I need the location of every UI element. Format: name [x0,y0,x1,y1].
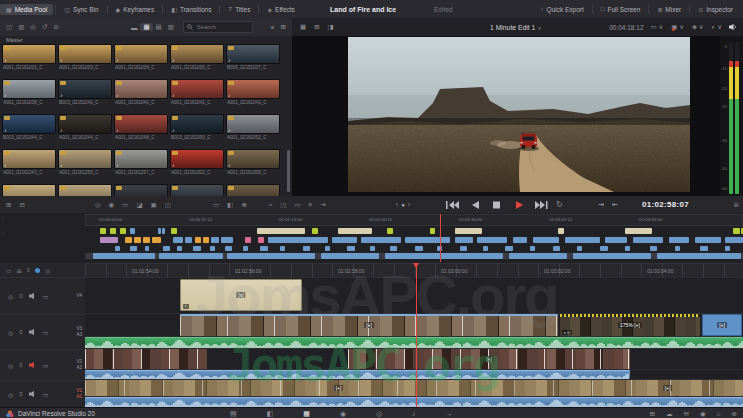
mute-speaker-icon[interactable] [29,390,37,398]
media-clip[interactable]: ♪A001_02161036_C [171,45,223,70]
edit-utility-tool-5[interactable]: ◫ [161,201,175,209]
viewer-video[interactable] [348,37,690,192]
project-manager-icon[interactable]: ⊞ [650,410,655,418]
media-sort-icon-1[interactable]: ⊞ [278,23,289,31]
lock-icon[interactable]: ≡ [19,391,23,397]
v1-clip-2[interactable]: [+] [592,380,743,396]
media-clip[interactable]: ♪A001_02161048_C [115,115,167,140]
timeline-view-icon[interactable]: ▭ [6,267,12,274]
media-clip[interactable]: ♪A001_02161042_C [171,80,223,105]
cut-page[interactable]: ◧ [263,410,278,418]
view-toggle-1[interactable]: ▦ [140,23,152,31]
viewer-left-icon-0[interactable]: ▦ [300,23,306,31]
monitor-icon[interactable]: ▭ [43,362,49,369]
edit-page[interactable]: ▦ [299,410,314,418]
viewer-tool-2[interactable]: ▭ [290,201,304,209]
media-toolbar-icon-4[interactable]: ⊘ [50,23,61,31]
edit-utility-tool-1[interactable]: ◉ [105,201,119,209]
media-toolbar-icon-1[interactable]: ▥ [15,23,27,31]
viewer-tool-1[interactable]: ◳ [276,201,290,209]
a1-clip-1[interactable] [85,397,677,407]
record-arm-icon[interactable] [35,268,40,273]
home-icon[interactable]: ⌂ [717,410,721,418]
edit-mode-tool-0[interactable]: ⊞ [2,201,15,209]
full-screen-button[interactable]: □Full Screen [595,4,647,15]
search-input[interactable] [195,23,247,31]
media-clip[interactable]: ♪A001_02161257_C [115,150,167,175]
keyframes-button[interactable]: ◆Keyframes [110,4,161,15]
media-clip[interactable]: ♪B003_02151050_C [171,115,223,140]
markers-icon[interactable]: ≡ [27,267,31,273]
edit-utility-tool-3[interactable]: ◪ [132,201,146,209]
media-clip[interactable]: ♪B003_02151040_C [59,80,111,105]
media-pool-scrollbar[interactable] [287,150,290,192]
track-header-v4[interactable]: ◎≡▭V4 [0,277,85,314]
viewer-tool-0[interactable]: ≈ [265,201,277,209]
a2-clip[interactable] [85,370,630,379]
transitions-button[interactable]: ◧Transitions [165,4,217,15]
messages-icon[interactable]: ✉ [683,410,688,418]
loop-button[interactable]: ↻ [556,200,563,209]
color-page[interactable]: ◎ [372,410,386,418]
mute-speaker-icon[interactable] [29,292,37,300]
viewer-option-1[interactable]: ▣ ∨ [671,23,684,31]
media-clip[interactable]: ♪A001_02161034_C [115,45,167,70]
edit-view-tool-1[interactable]: ◧ [223,201,237,209]
monitor-icon[interactable]: ▭ [43,329,49,336]
a3-music-clip[interactable] [85,337,743,348]
bin-label[interactable]: Master [6,37,23,43]
auto-select-icon[interactable]: ◎ [8,362,13,369]
media-clip[interactable]: ♪A001_02161031_C [3,45,55,70]
media-clip[interactable]: ♪A001_02161040_C [115,80,167,105]
minimap-playhead[interactable] [440,214,441,262]
quick-export-button[interactable]: ↑Quick Export [535,4,590,15]
speaker-icon[interactable] [729,23,737,31]
media-clip[interactable]: ♪A001_02161255_C [59,150,111,175]
media-clip[interactable]: ♪A001_02161052_C [227,115,279,140]
playhead-line[interactable] [416,263,417,407]
auto-select-icon[interactable]: ◎ [8,391,13,398]
inspector-button[interactable]: ⊙Inspector [692,4,739,15]
media-clip[interactable]: ♪B003_02151044_C [3,115,55,140]
auto-select-icon[interactable]: ◎ [8,329,13,336]
mute-speaker-icon[interactable] [29,328,37,336]
viewer-option-3[interactable]: ◐ ∨ [712,23,723,31]
viewer-tool-4[interactable]: ⇥ [316,201,329,209]
v4-title-clip[interactable]: [x]T [180,279,302,311]
media-clip[interactable]: ♪A001_02161043_C [227,80,279,105]
lock-icon[interactable]: ≡ [19,293,23,299]
deliver-page[interactable]: → [442,410,457,417]
timeline-minimap[interactable]: 01:00:00:0001:00:37:1201:01:15:0001:01:5… [85,214,743,262]
jog-control[interactable]: ‹●› [396,201,410,208]
viewer-option-2[interactable]: ◈ ∨ [692,23,704,31]
view-toggle-3[interactable]: ▥ [165,23,177,31]
cloud-icon[interactable]: ☁ [666,410,673,418]
edit-utility-tool-0[interactable]: ◎ [91,201,105,209]
media-clip[interactable]: ♪B005_02151037_C [227,45,279,70]
mark-in-button[interactable]: ⇥ [598,201,604,209]
media-toolbar-icon-0[interactable]: ◫ [3,23,15,31]
edit-utility-tool-4[interactable]: ▣ [147,201,161,209]
a1-clip-2[interactable] [677,397,743,407]
monitor-icon[interactable]: ▭ [43,391,49,398]
next-clip-button[interactable] [534,201,548,209]
titles-button[interactable]: TTitles [222,4,256,15]
mute-speaker-icon[interactable] [29,361,37,369]
effects-button[interactable]: ◈Effects [261,4,300,15]
track-header-v2[interactable]: ◎≡▭V2A2 [0,349,85,380]
media-clip[interactable]: ♪A001_02161302_C [171,150,223,175]
media-toolbar-icon-2[interactable]: ◎ [27,23,39,31]
media-clip[interactable]: ♪A001_02161243_C [3,150,55,175]
mark-out-button[interactable]: ⇤ [612,201,618,209]
stop-button[interactable] [490,201,504,209]
edit-mode-tool-1[interactable]: ⊟ [15,201,28,209]
view-toggle-0[interactable]: ▬ [128,24,141,31]
play-button[interactable] [512,201,526,209]
media-clip[interactable]: ♪A001_02161038_C [3,80,55,105]
view-toggle-2[interactable]: ▤ [153,23,165,31]
play-reverse-button[interactable] [468,201,482,209]
lock-icon[interactable]: ≡ [19,329,23,335]
media-toolbar-icon-3[interactable]: ↺ [39,23,50,31]
snap-icon[interactable]: ◎ [45,267,50,274]
media-page[interactable]: ▤ [226,410,241,418]
